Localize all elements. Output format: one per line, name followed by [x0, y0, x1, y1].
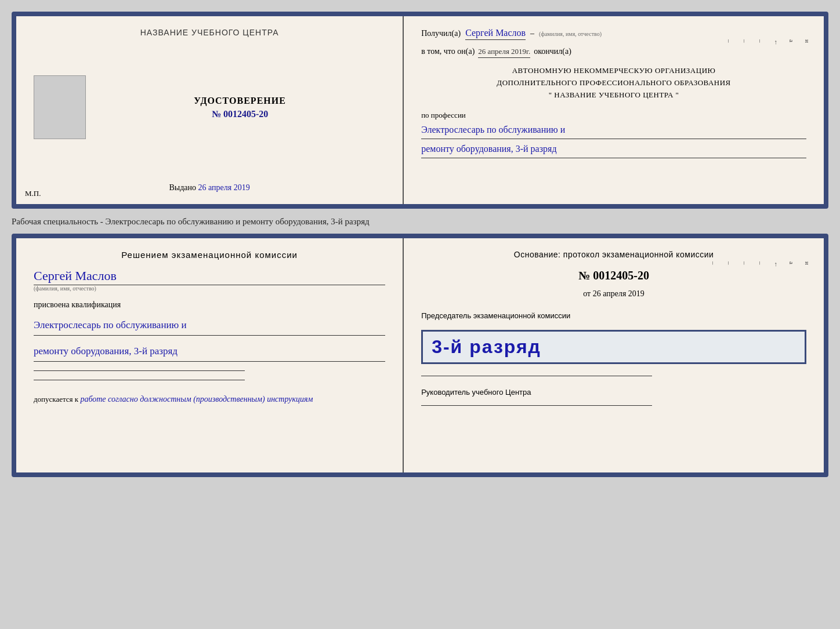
- director-sig-line: [421, 405, 652, 406]
- org-name-quoted: " НАЗВАНИЕ УЧЕБНОГО ЦЕНТРА ": [421, 89, 806, 101]
- cert-issued: Выдано 26 апреля 2019: [169, 183, 249, 192]
- right-edge-top: и а ← – – –: [726, 39, 811, 46]
- date-prefix: от: [583, 289, 591, 298]
- person-name: Сергей Маслов: [34, 268, 385, 285]
- allowed-label: допускается к работе согласно должностны…: [34, 395, 385, 404]
- profession-line1: Электрослесарь по обслуживанию и: [421, 122, 806, 139]
- cert-bottom-right: Основание: протокол экзаменационной коми…: [404, 238, 824, 472]
- protocol-date-value: 26 апреля 2019: [593, 289, 645, 298]
- fio-subtitle-top: (фамилия, имя, отчество): [539, 31, 602, 37]
- cert-right-panel: Получил(а) Сергей Маслов – (фамилия, имя…: [404, 16, 824, 204]
- signature-line-1: [34, 370, 245, 371]
- basis-label: Основание: протокол экзаменационной коми…: [421, 250, 806, 259]
- fio-subtitle-bottom: (фамилия, имя, отчество): [34, 285, 385, 292]
- protocol-date: от 26 апреля 2019: [421, 289, 806, 299]
- protocol-number: № 0012405-20: [421, 269, 806, 282]
- chairman-sig-line: [421, 376, 652, 376]
- completed-date: 26 апреля 2019г.: [478, 47, 530, 58]
- signature-line-2: [34, 380, 245, 380]
- cert-number-label: №: [212, 109, 221, 119]
- document-container: НАЗВАНИЕ УЧЕБНОГО ЦЕНТРА УДОСТОВЕРЕНИЕ №…: [12, 12, 828, 477]
- cert-left-panel: НАЗВАНИЕ УЧЕБНОГО ЦЕНТРА УДОСТОВЕРЕНИЕ №…: [16, 16, 404, 204]
- stamp-box: 3-й разряд: [421, 330, 806, 364]
- chairman-label: Председатель экзаменационной комиссии: [421, 311, 806, 320]
- director-label: Руководитель учебного Центра: [421, 388, 806, 397]
- qualification-line2: ремонту оборудования, 3-й разряд: [34, 341, 385, 362]
- protocol-number-value: 0012405-20: [593, 269, 649, 282]
- right-edge-bottom: и а ← – – – –: [710, 261, 811, 268]
- photo-placeholder: [34, 75, 86, 139]
- cert-info: УДОСТОВЕРЕНИЕ № 0012405-20: [95, 96, 385, 119]
- in-that-label: в том, что он(а): [421, 47, 475, 56]
- issued-date: 26 апреля 2019: [198, 183, 250, 192]
- received-line: Получил(а) Сергей Маслов – (фамилия, имя…: [421, 28, 806, 40]
- cert-bottom-left: Решением экзаменационной комиссии Сергей…: [16, 238, 404, 472]
- mp-label: М.П.: [25, 189, 41, 198]
- profession-line2: ремонту оборудования, 3-й разряд: [421, 141, 806, 158]
- cert-middle-section: УДОСТОВЕРЕНИЕ № 0012405-20: [34, 75, 385, 139]
- number-prefix: №: [578, 269, 590, 282]
- profession-label: по профессии: [421, 111, 806, 120]
- fio-dash: –: [530, 29, 534, 38]
- cert-number: № 0012405-20: [95, 109, 385, 119]
- date-line: в том, что он(а) 26 апреля 2019г. окончи…: [421, 47, 806, 58]
- stamp-text: 3-й разряд: [432, 336, 796, 358]
- cert-title: УДОСТОВЕРЕНИЕ: [95, 96, 385, 106]
- top-org-name: НАЗВАНИЕ УЧЕБНОГО ЦЕНТРА: [140, 28, 279, 37]
- org-line2: ДОПОЛНИТЕЛЬНОГО ПРОФЕССИОНАЛЬНОГО ОБРАЗО…: [421, 77, 806, 89]
- bottom-certificate: Решением экзаменационной комиссии Сергей…: [12, 234, 828, 477]
- qualification-label: присвоена квалификация: [34, 300, 385, 310]
- decision-title: Решением экзаменационной комиссии: [34, 250, 385, 260]
- separator-label: Рабочая специальность - Электрослесарь п…: [12, 213, 828, 229]
- received-label: Получил(а): [421, 29, 461, 38]
- profession-section: по профессии Электрослесарь по обслужива…: [421, 108, 806, 158]
- completed-label: окончил(а): [534, 47, 571, 56]
- allowed-prefix: допускается к: [34, 395, 78, 403]
- top-certificate: НАЗВАНИЕ УЧЕБНОГО ЦЕНТРА УДОСТОВЕРЕНИЕ №…: [12, 12, 828, 209]
- issued-label: Выдано: [169, 183, 196, 192]
- cert-number-value: 0012405-20: [223, 109, 268, 119]
- org-line1: АВТОНОМНУЮ НЕКОММЕРЧЕСКУЮ ОРГАНИЗАЦИЮ: [421, 65, 806, 77]
- person-section: Сергей Маслов (фамилия, имя, отчество): [34, 266, 385, 292]
- qualification-line1: Электрослесарь по обслуживанию и: [34, 315, 385, 336]
- org-block: АВТОНОМНУЮ НЕКОММЕРЧЕСКУЮ ОРГАНИЗАЦИЮ ДО…: [421, 65, 806, 101]
- allowed-text: работе согласно должностным (производств…: [80, 395, 313, 403]
- recipient-name: Сергей Маслов: [465, 28, 526, 40]
